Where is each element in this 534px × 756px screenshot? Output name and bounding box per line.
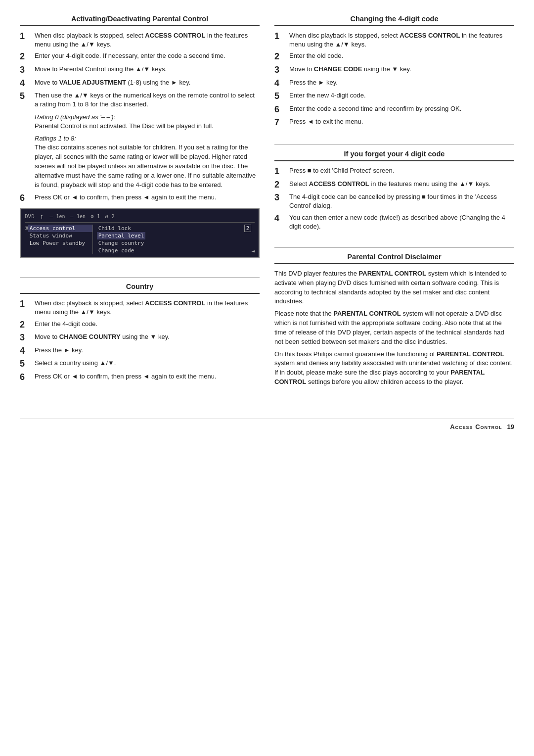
section-changing-code: Changing the 4-digit code 1 When disc pl… xyxy=(274,15,514,131)
left-column: Activating/Deactivating Parental Control… xyxy=(20,15,260,399)
section-country: Country 1 When disc playback is stopped,… xyxy=(20,283,260,385)
country-step-content-1: When disc playback is stopped, select AC… xyxy=(35,299,260,317)
forget-step-4: 4 You can then enter a new code (twice!)… xyxy=(274,213,514,231)
change-step-num-7: 7 xyxy=(274,117,286,128)
menu-icon-2: — 1en xyxy=(49,213,65,220)
forget-step-2: 2 Select ACCESS CONTROL in the features … xyxy=(274,180,514,190)
country-step-content-6: Press OK or ◄ to confirm, then press ◄ a… xyxy=(35,372,260,381)
activating-step6-list: 6 Press OK or ◄ to confirm, then press ◄… xyxy=(20,193,260,204)
country-step-content-2: Enter the 4-digit code. xyxy=(35,320,260,329)
country-step-content-5: Select a country using ▲/▼. xyxy=(35,359,260,368)
forget-step-content-3: The 4-digit code can be cancelled by pre… xyxy=(289,192,514,210)
forget-step-content-4: You can then enter a new code (twice!) a… xyxy=(289,213,514,231)
rating0-heading: Rating 0 (displayed as '– –'): xyxy=(35,113,260,121)
step-content-3: Move to Parental Control using the ▲/▼ k… xyxy=(35,65,260,74)
country-step-3: 3 Move to CHANGE COUNTRY using the ▼ key… xyxy=(20,332,260,343)
section-forget-code: If you forget your 4 digit code 1 Press … xyxy=(274,150,514,234)
step-content-6: Press OK or ◄ to confirm, then press ◄ a… xyxy=(35,193,260,202)
change-step-content-1: When disc playback is stopped, select AC… xyxy=(289,31,514,49)
country-step-num-4: 4 xyxy=(20,346,32,357)
country-step-num-1: 1 xyxy=(20,299,32,310)
change-step-content-3: Move to CHANGE CODE using the ▼ key. xyxy=(289,65,514,74)
rating18-heading: Ratings 1 to 8: xyxy=(35,135,260,142)
changing-code-steps-list: 1 When disc playback is stopped, select … xyxy=(274,31,514,128)
section-disclaimer-title: Parental Control Disclaimer xyxy=(274,253,514,264)
change-step-num-3: 3 xyxy=(274,65,286,76)
country-step-1: 1 When disc playback is stopped, select … xyxy=(20,299,260,317)
dvd-arrow-icon: ◄ xyxy=(251,248,255,254)
rating0-text: Parental Control is not activated. The D… xyxy=(35,122,260,131)
step-3: 3 Move to Parental Control using the ▲/▼… xyxy=(20,65,260,76)
step-num-4: 4 xyxy=(20,78,32,89)
menu-icon-5: ↺ 2 xyxy=(105,213,114,220)
change-step-1: 1 When disc playback is stopped, select … xyxy=(274,31,514,49)
dvd-expand-icon: ⊞ xyxy=(25,225,28,231)
country-step-num-5: 5 xyxy=(20,359,32,370)
country-step-5: 5 Select a country using ▲/▼. xyxy=(20,359,260,370)
step-num-1: 1 xyxy=(20,31,32,42)
forget-code-steps-list: 1 Press ■ to exit 'Child Protect' screen… xyxy=(274,166,514,231)
change-step-5: 5 Enter the new 4-digit code. xyxy=(274,91,514,102)
forget-step-3: 3 The 4-digit code can be cancelled by p… xyxy=(274,192,514,210)
section-country-title: Country xyxy=(20,283,260,294)
step-content-2: Enter your 4-digit code. If necessary, e… xyxy=(35,51,260,60)
dvd-menu-item-status: Status window xyxy=(28,232,92,239)
footer-label: Access Control xyxy=(450,423,502,430)
disclaimer-para-2: Please note that the PARENTAL CONTROL sy… xyxy=(274,309,514,346)
step-num-6: 6 xyxy=(20,193,32,204)
dvd-menu-left-panel: Access control Status window Low Power s… xyxy=(28,225,92,254)
section-disclaimer: Parental Control Disclaimer This DVD pla… xyxy=(274,253,514,390)
step-content-1: When disc playback is stopped, select AC… xyxy=(35,31,260,49)
change-step-4: 4 Press the ► key. xyxy=(274,78,514,89)
dvd-badge: 2 xyxy=(244,225,252,232)
country-step-num-2: 2 xyxy=(20,320,32,331)
dvd-menu-top-bar: DVD ↑ — 1en — 1en ⚙ 1 ↺ 2 xyxy=(25,212,255,223)
change-step-num-5: 5 xyxy=(274,91,286,102)
step-6: 6 Press OK or ◄ to confirm, then press ◄… xyxy=(20,193,260,204)
change-step-num-1: 1 xyxy=(274,31,286,42)
section-activating: Activating/Deactivating Parental Control… xyxy=(20,15,260,263)
disclaimer-para-3: On this basis Philips cannot guarantee t… xyxy=(274,350,514,387)
forget-step-1: 1 Press ■ to exit 'Child Protect' screen… xyxy=(274,166,514,177)
change-step-content-4: Press the ► key. xyxy=(289,78,514,87)
change-step-content-5: Enter the new 4-digit code. xyxy=(289,91,514,100)
country-step-2: 2 Enter the 4-digit code. xyxy=(20,320,260,331)
rating18-text: The disc contains scenes not suitable fo… xyxy=(35,143,260,189)
country-steps-list: 1 When disc playback is stopped, select … xyxy=(20,299,260,382)
step-content-5: Then use the ▲/▼ keys or the numerical k… xyxy=(35,91,260,109)
step-num-5: 5 xyxy=(20,91,32,102)
dvd-menu-right-parental: Parental level xyxy=(97,232,146,239)
section-forget-code-title: If you forget your 4 digit code xyxy=(274,150,514,161)
change-step-content-6: Enter the code a second time and reconfi… xyxy=(289,104,514,113)
change-step-content-2: Enter the old code. xyxy=(289,51,514,60)
country-step-content-3: Move to CHANGE COUNTRY using the ▼ key. xyxy=(35,332,260,341)
forget-step-num-2: 2 xyxy=(274,180,286,190)
section-activating-title: Activating/Deactivating Parental Control xyxy=(20,15,260,26)
change-step-3: 3 Move to CHANGE CODE using the ▼ key. xyxy=(274,65,514,76)
section-divider-3 xyxy=(274,247,514,248)
forget-step-content-2: Select ACCESS CONTROL in the features me… xyxy=(289,180,514,189)
dvd-menu-body: ⊞ Access control Status window Low Power… xyxy=(25,225,255,254)
country-step-num-6: 6 xyxy=(20,372,32,383)
page-footer: Access Control 19 xyxy=(20,419,514,430)
forget-step-num-3: 3 xyxy=(274,192,286,203)
section-changing-code-title: Changing the 4-digit code xyxy=(274,15,514,26)
section-divider-2 xyxy=(274,144,514,145)
dvd-menu-right-country: Change country xyxy=(97,239,146,247)
change-step-7: 7 Press ◄ to exit the menu. xyxy=(274,117,514,128)
dvd-menu-item-access: Access control xyxy=(28,225,92,232)
disclaimer-para-1: This DVD player features the PARENTAL CO… xyxy=(274,269,514,306)
step-5: 5 Then use the ▲/▼ keys or the numerical… xyxy=(20,91,260,109)
change-step-num-6: 6 xyxy=(274,104,286,115)
dvd-icon: DVD xyxy=(25,213,35,220)
country-step-content-4: Press the ► key. xyxy=(35,346,260,355)
change-step-2: 2 Enter the old code. xyxy=(274,51,514,62)
dvd-menu-item-power: Low Power standby xyxy=(28,239,92,247)
forget-step-num-4: 4 xyxy=(274,213,286,224)
step-content-4: Move to VALUE ADJUSTMENT (1-8) using the… xyxy=(35,78,260,87)
step-1: 1 When disc playback is stopped, select … xyxy=(20,31,260,49)
forget-step-content-1: Press ■ to exit 'Child Protect' screen. xyxy=(289,166,514,175)
dvd-menu-right-code: Change code xyxy=(97,247,146,254)
change-step-6: 6 Enter the code a second time and recon… xyxy=(274,104,514,115)
step-2: 2 Enter your 4-digit code. If necessary,… xyxy=(20,51,260,62)
